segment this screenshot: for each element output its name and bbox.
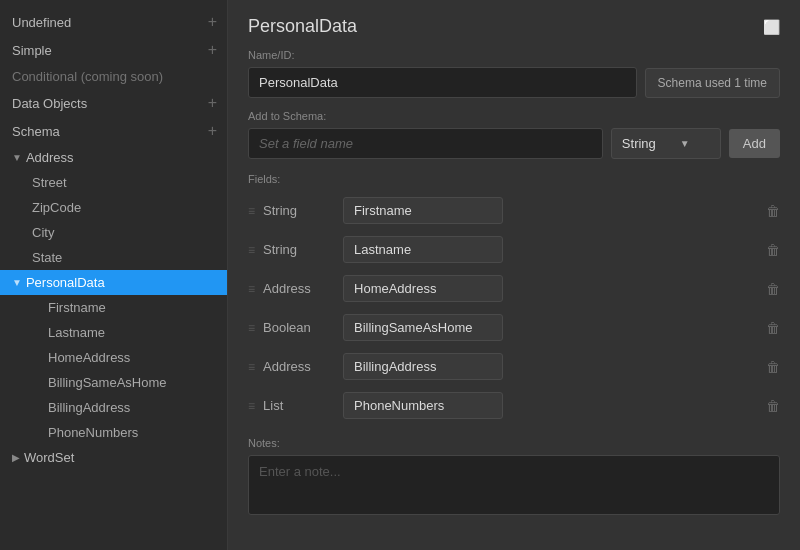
table-row: ≡ Address HomeAddress 🗑 xyxy=(248,271,780,306)
table-row: ≡ Boolean BillingSameAsHome 🗑 xyxy=(248,310,780,345)
sidebar-item-phonenumbers[interactable]: PhoneNumbers xyxy=(0,420,227,445)
drag-handle-icon[interactable]: ≡ xyxy=(248,360,255,374)
delete-icon[interactable]: 🗑 xyxy=(766,242,780,258)
drag-handle-icon[interactable]: ≡ xyxy=(248,399,255,413)
field-name-badge: Lastname xyxy=(343,236,503,263)
drag-handle-icon[interactable]: ≡ xyxy=(248,204,255,218)
plus-icon-undefined[interactable]: + xyxy=(208,13,217,31)
table-row: ≡ List PhoneNumbers 🗑 xyxy=(248,388,780,423)
delete-icon[interactable]: 🗑 xyxy=(766,320,780,336)
main-title-row: PersonalData ⬜ xyxy=(248,16,780,37)
plus-icon-schema[interactable]: + xyxy=(208,122,217,140)
notes-label: Notes: xyxy=(248,437,780,449)
field-type: List xyxy=(263,398,335,413)
delete-icon[interactable]: 🗑 xyxy=(766,398,780,414)
sidebar-item-conditional: Conditional (coming soon) xyxy=(0,64,227,89)
chevron-wordset-icon: ▶ xyxy=(12,452,20,463)
sidebar-item-billingsameashome[interactable]: BillingSameAsHome xyxy=(0,370,227,395)
name-id-label: Name/ID: xyxy=(248,49,780,61)
delete-icon[interactable]: 🗑 xyxy=(766,203,780,219)
field-type: String xyxy=(263,203,335,218)
chevron-personaldata-icon: ▼ xyxy=(12,277,22,288)
chevron-address-icon: ▼ xyxy=(12,152,22,163)
field-name-badge: BillingAddress xyxy=(343,353,503,380)
sidebar-item-homeaddress[interactable]: HomeAddress xyxy=(0,345,227,370)
chevron-down-icon: ▼ xyxy=(680,138,690,149)
type-select-value: String xyxy=(622,136,656,151)
field-name-badge: HomeAddress xyxy=(343,275,503,302)
plus-icon-data-objects[interactable]: + xyxy=(208,94,217,112)
field-type: String xyxy=(263,242,335,257)
sidebar-item-simple[interactable]: Simple + xyxy=(0,36,227,64)
sidebar-group-wordset[interactable]: ▶ WordSet xyxy=(0,445,227,470)
field-name-input[interactable] xyxy=(248,128,603,159)
fields-list: ≡ String Firstname 🗑 ≡ String Lastname 🗑… xyxy=(248,193,780,423)
field-name-badge: PhoneNumbers xyxy=(343,392,503,419)
add-schema-row: String ▼ Add xyxy=(248,128,780,159)
sidebar-item-city[interactable]: City xyxy=(0,220,227,245)
sidebar: Undefined + Simple + Conditional (coming… xyxy=(0,0,228,550)
sidebar-group-address-label: Address xyxy=(26,150,74,165)
sidebar-group-personaldata[interactable]: ▼ PersonalData xyxy=(0,270,227,295)
table-row: ≡ String Lastname 🗑 xyxy=(248,232,780,267)
drag-handle-icon[interactable]: ≡ xyxy=(248,243,255,257)
drag-handle-icon[interactable]: ≡ xyxy=(248,282,255,296)
table-row: ≡ String Firstname 🗑 xyxy=(248,193,780,228)
sidebar-item-street[interactable]: Street xyxy=(0,170,227,195)
field-name-badge: Firstname xyxy=(343,197,503,224)
main-panel: PersonalData ⬜ Name/ID: Schema used 1 ti… xyxy=(228,0,800,550)
sidebar-item-data-objects[interactable]: Data Objects + xyxy=(0,89,227,117)
sidebar-item-undefined[interactable]: Undefined + xyxy=(0,8,227,36)
field-type: Boolean xyxy=(263,320,335,335)
delete-icon[interactable]: 🗑 xyxy=(766,359,780,375)
sidebar-item-firstname[interactable]: Firstname xyxy=(0,295,227,320)
schema-badge: Schema used 1 time xyxy=(645,68,780,98)
plus-icon-simple[interactable]: + xyxy=(208,41,217,59)
sidebar-group-address[interactable]: ▼ Address xyxy=(0,145,227,170)
window-icon[interactable]: ⬜ xyxy=(763,19,780,35)
sidebar-item-schema[interactable]: Schema + xyxy=(0,117,227,145)
name-id-input[interactable] xyxy=(248,67,637,98)
add-schema-label: Add to Schema: xyxy=(248,110,780,122)
sidebar-item-state[interactable]: State xyxy=(0,245,227,270)
notes-textarea[interactable] xyxy=(248,455,780,515)
drag-handle-icon[interactable]: ≡ xyxy=(248,321,255,335)
page-title: PersonalData xyxy=(248,16,357,37)
add-button[interactable]: Add xyxy=(729,129,780,158)
field-type: Address xyxy=(263,359,335,374)
sidebar-item-billingaddress[interactable]: BillingAddress xyxy=(0,395,227,420)
name-id-row: Schema used 1 time xyxy=(248,67,780,98)
fields-label: Fields: xyxy=(248,173,780,185)
type-select[interactable]: String ▼ xyxy=(611,128,721,159)
field-type: Address xyxy=(263,281,335,296)
sidebar-item-zipcode[interactable]: ZipCode xyxy=(0,195,227,220)
delete-icon[interactable]: 🗑 xyxy=(766,281,780,297)
field-name-badge: BillingSameAsHome xyxy=(343,314,503,341)
table-row: ≡ Address BillingAddress 🗑 xyxy=(248,349,780,384)
sidebar-item-lastname[interactable]: Lastname xyxy=(0,320,227,345)
